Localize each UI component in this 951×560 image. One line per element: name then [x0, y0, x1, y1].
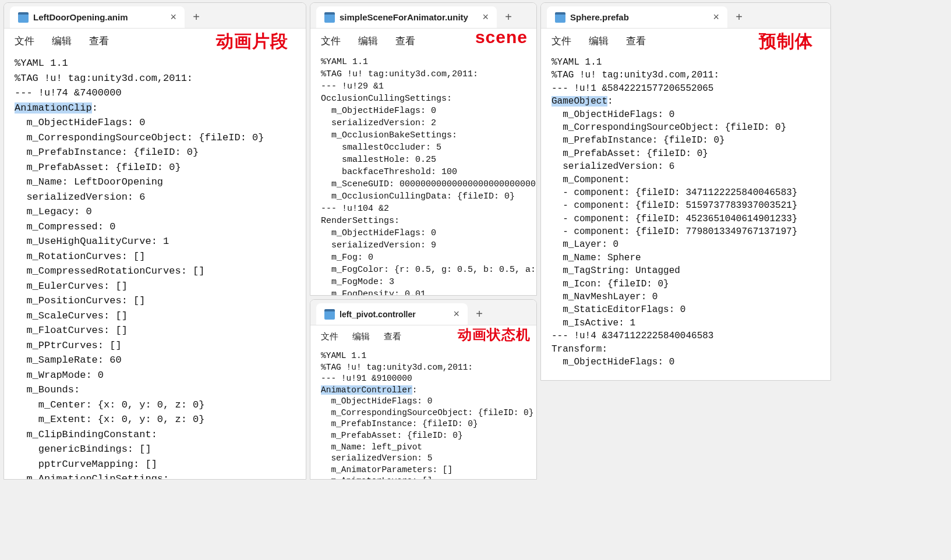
annotation-label: 动画片段 [216, 30, 288, 54]
tab-active[interactable]: Sphere.prefab × [547, 6, 727, 28]
window-prefab: Sphere.prefab × + 文件 编辑 查看 预制体 %YAML 1.1… [540, 2, 831, 381]
close-icon[interactable]: × [482, 11, 489, 23]
notepad-icon [555, 12, 565, 23]
new-tab-button[interactable]: + [727, 6, 751, 28]
annotation-label: scene [475, 27, 528, 47]
new-tab-button[interactable]: + [497, 6, 520, 28]
close-icon[interactable]: × [713, 11, 719, 23]
tab-title: left_pivot.controller [340, 310, 416, 319]
text-content[interactable]: %YAML 1.1%TAG !u! tag:unity3d.com,2011:-… [310, 348, 536, 479]
menu-view[interactable]: 查看 [626, 34, 646, 48]
titlebar: simpleSceneForAnimator.unity × + [310, 3, 536, 29]
menu-edit[interactable]: 编辑 [52, 34, 72, 48]
menu-view[interactable]: 查看 [395, 34, 415, 48]
menu-edit[interactable]: 编辑 [358, 34, 378, 48]
menu-file[interactable]: 文件 [321, 34, 341, 48]
tab-title: LeftDoorOpening.anim [33, 12, 128, 22]
text-content[interactable]: %YAML 1.1%TAG !u! tag:unity3d.com,2011:-… [4, 54, 306, 479]
new-tab-button[interactable]: + [468, 303, 491, 325]
notepad-icon [18, 12, 29, 23]
menu-edit[interactable]: 编辑 [589, 34, 609, 48]
annotation-label: 预制体 [759, 30, 813, 54]
window-scene: simpleSceneForAnimator.unity × + 文件 编辑 查… [310, 2, 537, 296]
menu-bar: 文件 编辑 查看 scene [310, 29, 536, 54]
window-anim: LeftDoorOpening.anim × + 文件 编辑 查看 动画片段 %… [3, 2, 306, 480]
tab-title: simpleSceneForAnimator.unity [340, 12, 468, 22]
close-icon[interactable]: × [453, 308, 459, 320]
menu-bar: 文件 编辑 查看 动画片段 [4, 29, 306, 54]
new-tab-button[interactable]: + [185, 6, 208, 28]
menu-file[interactable]: 文件 [15, 34, 34, 48]
menu-bar: 文件 编辑 查看 动画状态机 [310, 325, 536, 348]
tab-active[interactable]: LeftDoorOpening.anim × [10, 6, 185, 28]
tab-active[interactable]: left_pivot.controller × [316, 303, 468, 325]
tab-active[interactable]: simpleSceneForAnimator.unity × [316, 6, 497, 28]
notepad-icon [324, 12, 335, 23]
menu-view[interactable]: 查看 [384, 331, 401, 342]
tab-title: Sphere.prefab [570, 12, 629, 22]
text-content[interactable]: %YAML 1.1%TAG !u! tag:unity3d.com,2011:-… [541, 54, 830, 380]
titlebar: left_pivot.controller × + [310, 300, 536, 325]
menu-file[interactable]: 文件 [321, 331, 338, 342]
close-icon[interactable]: × [170, 11, 176, 23]
menu-bar: 文件 编辑 查看 预制体 [541, 29, 830, 54]
menu-edit[interactable]: 编辑 [352, 331, 370, 342]
menu-file[interactable]: 文件 [551, 34, 571, 48]
titlebar: Sphere.prefab × + [541, 3, 830, 29]
menu-view[interactable]: 查看 [89, 34, 109, 48]
annotation-label: 动画状态机 [458, 325, 531, 344]
notepad-icon [324, 309, 335, 320]
titlebar: LeftDoorOpening.anim × + [4, 3, 306, 29]
text-content[interactable]: %YAML 1.1%TAG !u! tag:unity3d.com,2011:-… [310, 54, 536, 295]
window-controller: left_pivot.controller × + 文件 编辑 查看 动画状态机… [310, 299, 537, 480]
